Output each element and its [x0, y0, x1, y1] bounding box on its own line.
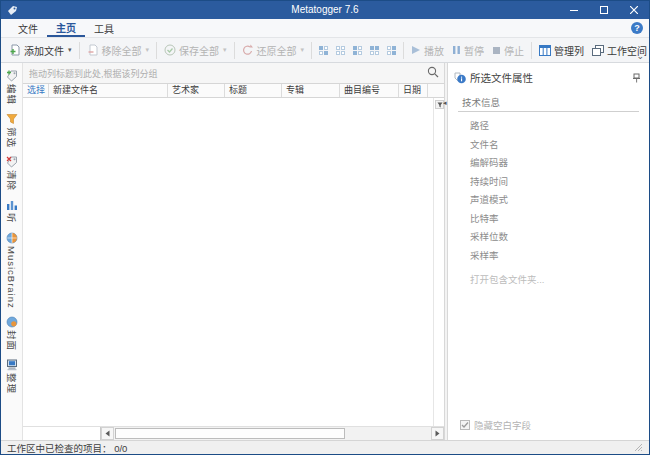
column-header-track-number[interactable]: 曲目编号 — [340, 84, 399, 97]
scrollbar-track[interactable] — [114, 427, 431, 440]
undo-icon — [242, 44, 254, 56]
separator — [156, 42, 157, 59]
sidebar-item-filter[interactable]: 筛选 — [5, 109, 19, 152]
group-by-panel[interactable]: 拖动列标题到此处,根据该列分组 — [23, 63, 444, 83]
sidebar-item-edit[interactable]: 编辑 — [5, 66, 19, 109]
status-bar: 工作区中已检查的项目： 0/0 — [1, 440, 649, 454]
field-channel-mode: 声道模式 — [470, 192, 649, 206]
dropdown-icon[interactable]: ▾ — [68, 46, 72, 54]
properties-panel-title: 所选文件属性 — [470, 70, 533, 85]
columns-icon — [539, 45, 551, 56]
ribbon-toolbar: 添加文件 ▾ 移除全部 ▾ 保存全部 ▾ 还原全部 ▾ 播放 — [1, 38, 649, 63]
equalizer-icon — [6, 199, 18, 211]
sidebar-item-organize[interactable]: 整理 — [5, 355, 19, 398]
field-bitrate: 比特率 — [470, 211, 649, 225]
sidebar-item-musicbrainz[interactable]: MusicBrainz — [6, 228, 18, 313]
play-icon — [411, 45, 421, 55]
file-list-empty-area[interactable] — [23, 98, 433, 426]
manage-columns-button[interactable]: 管理列 — [535, 40, 588, 61]
minimize-button[interactable] — [559, 1, 589, 19]
work-area: 编辑 筛选 清除 听 MusicBrainz 封面 — [1, 63, 649, 440]
scrollbar-thumb[interactable] — [115, 428, 345, 439]
field-sample-rate: 采样率 — [470, 248, 649, 262]
sidebar-item-cover[interactable]: 封面 — [5, 312, 19, 355]
status-text: 工作区中已检查的项目： 0/0 — [7, 441, 127, 455]
tag-plus-icon — [6, 70, 18, 82]
sidebar-item-clean[interactable]: 清除 — [5, 152, 19, 195]
uncheck-selected-button[interactable] — [387, 46, 396, 55]
save-all-button[interactable]: 保存全部 ▾ — [160, 40, 231, 61]
play-button[interactable]: 播放 — [407, 40, 448, 61]
scrollbar-fixed-box — [23, 427, 101, 440]
field-duration: 持续时间 — [470, 174, 649, 188]
technical-fields-list: 路径 文件名 编解码器 持续时间 声道模式 比特率 采样位数 采样率 — [470, 118, 649, 262]
grid-body-wrap — [23, 98, 444, 426]
file-plus-icon — [9, 44, 21, 56]
file-grid-region: 拖动列标题到此处,根据该列分组 选择 新建文件名 艺术家 标题 专辑 曲目编号 … — [23, 63, 444, 440]
close-button[interactable] — [619, 1, 649, 19]
checkbox-checked-icon[interactable] — [460, 420, 470, 430]
splitter-collapse-icon[interactable]: ◂ — [443, 99, 447, 107]
search-icon[interactable] — [427, 66, 439, 78]
window-controls — [559, 1, 649, 19]
app-logo-icon — [7, 5, 18, 16]
restore-all-button[interactable]: 还原全部 ▾ — [238, 40, 309, 61]
maximize-button[interactable] — [589, 1, 619, 19]
collapse-ribbon-icon[interactable]: ⌄ — [636, 52, 644, 61]
title-bar: Metatogger 7.6 — [1, 1, 649, 19]
sidebar: 编辑 筛选 清除 听 MusicBrainz 封面 — [1, 63, 23, 440]
scroll-left-button[interactable] — [101, 427, 114, 440]
hide-empty-fields-option[interactable]: 隐藏空白字段 — [460, 418, 531, 432]
remove-all-button[interactable]: 移除全部 ▾ — [83, 40, 154, 61]
menu-home[interactable]: 主页 — [47, 19, 85, 37]
organize-icon — [6, 359, 18, 371]
add-files-button[interactable]: 添加文件 ▾ — [5, 40, 76, 61]
window-title: Metatogger 7.6 — [1, 1, 649, 19]
separator — [79, 42, 80, 59]
hide-empty-fields-label: 隐藏空白字段 — [474, 418, 531, 432]
metatogger-window: Metatogger 7.6 文件 主页 工具 ? 添加文件 ▾ — [0, 0, 650, 455]
cover-art-icon — [6, 316, 18, 328]
pin-icon[interactable] — [632, 73, 641, 83]
filter-icon — [6, 113, 18, 125]
scroll-right-button[interactable] — [431, 427, 444, 440]
sidebar-item-listen[interactable]: 听 — [5, 195, 19, 228]
column-header-filler — [428, 84, 444, 97]
grid-right-strip — [433, 98, 444, 426]
column-header-album[interactable]: 专辑 — [282, 84, 340, 97]
musicbrainz-globe-icon — [6, 232, 18, 244]
separator — [234, 42, 235, 59]
file-minus-icon — [87, 44, 99, 56]
horizontal-scrollbar — [23, 426, 444, 440]
menu-file[interactable]: 文件 — [9, 19, 47, 37]
check-all-button[interactable] — [319, 46, 328, 55]
column-header-select[interactable]: 选择 — [23, 84, 49, 97]
field-path: 路径 — [470, 118, 649, 132]
open-containing-folder-link[interactable]: 打开包含文件夹... — [470, 272, 649, 286]
resize-grip-icon[interactable] — [634, 443, 643, 452]
stop-button[interactable]: 停止 — [488, 40, 528, 61]
properties-panel-header: 所选文件属性 — [448, 68, 649, 91]
uncheck-all-button[interactable] — [336, 46, 345, 55]
column-header-date[interactable]: 日期 — [399, 84, 428, 97]
check-selected-button[interactable] — [370, 46, 379, 55]
menu-tools[interactable]: 工具 — [85, 19, 123, 37]
separator — [403, 42, 404, 59]
dropdown-icon[interactable]: ▾ — [223, 46, 227, 54]
section-divider — [458, 111, 639, 112]
grid-header-row: 选择 新建文件名 艺术家 标题 专辑 曲目编号 日期 — [23, 83, 444, 98]
pause-button[interactable]: 暂停 — [448, 40, 488, 61]
menu-bar: 文件 主页 工具 ? — [1, 19, 649, 38]
column-header-new-filename[interactable]: 新建文件名 — [49, 84, 168, 97]
stop-icon — [492, 46, 501, 55]
column-header-artist[interactable]: 艺术家 — [168, 84, 225, 97]
dropdown-icon[interactable]: ▾ — [146, 46, 150, 54]
dropdown-icon[interactable]: ▾ — [301, 46, 305, 54]
field-codec: 编解码器 — [470, 155, 649, 169]
info-icon — [454, 72, 466, 84]
help-icon[interactable]: ? — [631, 22, 643, 34]
field-bit-depth: 采样位数 — [470, 229, 649, 243]
column-header-title[interactable]: 标题 — [225, 84, 282, 97]
separator — [311, 42, 312, 59]
invert-check-button[interactable] — [353, 46, 362, 55]
